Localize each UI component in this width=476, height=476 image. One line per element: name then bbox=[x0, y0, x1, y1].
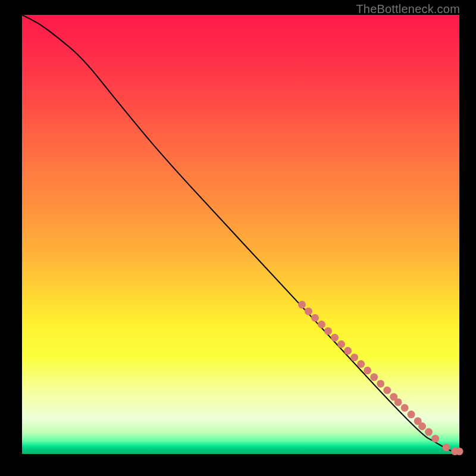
data-marker bbox=[350, 353, 358, 361]
data-marker bbox=[318, 321, 325, 328]
data-marker bbox=[337, 340, 345, 348]
marker-group bbox=[298, 301, 464, 455]
data-marker bbox=[357, 360, 365, 368]
data-marker bbox=[408, 411, 415, 418]
data-marker bbox=[311, 314, 319, 322]
data-marker bbox=[418, 422, 426, 430]
data-marker bbox=[298, 301, 306, 309]
chart-frame: TheBottleneck.com bbox=[0, 0, 476, 476]
data-marker bbox=[456, 447, 464, 455]
data-marker bbox=[344, 347, 352, 355]
chart-svg bbox=[22, 15, 459, 454]
data-marker bbox=[305, 308, 312, 315]
data-marker bbox=[331, 334, 339, 342]
data-marker bbox=[370, 373, 378, 381]
plot-area bbox=[21, 15, 459, 455]
curve-path bbox=[22, 15, 459, 452]
data-marker bbox=[431, 435, 439, 443]
data-marker bbox=[364, 367, 371, 374]
data-marker bbox=[442, 443, 450, 451]
data-marker bbox=[377, 380, 384, 387]
data-marker bbox=[394, 398, 402, 406]
data-marker bbox=[324, 327, 332, 335]
data-marker bbox=[425, 428, 433, 436]
data-marker bbox=[401, 404, 409, 412]
attribution-label: TheBottleneck.com bbox=[356, 2, 460, 16]
data-marker bbox=[383, 387, 391, 394]
